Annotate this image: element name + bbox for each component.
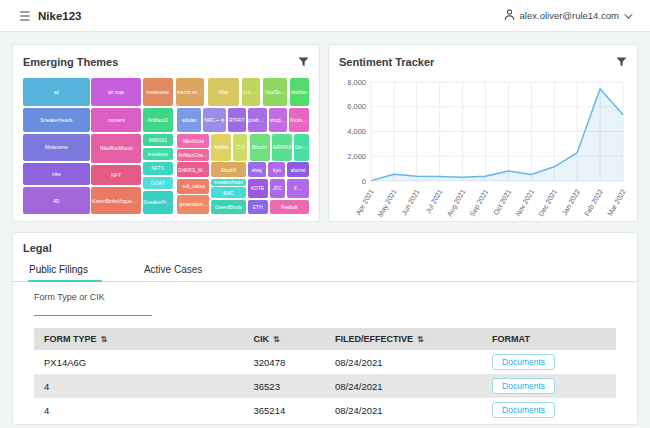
treemap-tile[interactable]: スニーカー [242,78,261,106]
sentiment-chart: 02,0004,0006,0008,000Apr 2021May 2021Jun… [339,75,627,225]
treemap-tile[interactable]: poshmark [248,108,267,132]
treemap-tile[interactable]: 二手 [233,134,247,161]
filings-table: FORM TYPE⇅ CIK⇅ FILED/EFFECTIVE⇅ FORMAT … [34,328,616,422]
treemap-tile[interactable]: merch sneaks [176,78,204,106]
treemap-tile[interactable]: adidas [177,108,200,132]
svg-text:Feb 2022: Feb 2022 [583,188,604,217]
svg-text:8,000: 8,000 [347,78,366,87]
svg-text:Apr 2021: Apr 2021 [355,188,376,217]
table-cell: 08/24/2021 [325,350,482,374]
treemap-tile[interactable]: Nike [208,78,239,106]
treemap-tile[interactable]: 4D [23,187,90,214]
sort-icon[interactable]: ⇅ [101,335,108,344]
svg-text:Aug 2021: Aug 2021 [445,188,467,218]
col-filed-effective[interactable]: FILED/EFFECTIVE⇅ [325,328,482,350]
table-cell: 08/24/2021 [325,374,482,398]
treemap-tile[interactable]: F… [287,179,309,199]
treemap-tile[interactable]: shop… [269,108,287,132]
treemap-tile[interactable]: ETH [248,200,268,214]
documents-button[interactable]: Documents [492,402,555,418]
filter-icon[interactable] [616,53,627,71]
col-format: FORMAT [482,328,616,350]
emerging-themes-panel: Emerging Themes adSneakerheadsMetaversen… [12,44,320,222]
treemap-tile[interactable]: GOAT [143,177,173,189]
treemap-tile[interactable]: Bitcoin [250,134,270,161]
documents-button[interactable]: Documents [492,354,555,370]
documents-button[interactable]: Documents [492,378,555,394]
treemap-tile[interactable]: ad [23,78,90,106]
treemap-tile[interactable]: AirMax10 [143,108,173,132]
treemap-tile[interactable]: metaverse [143,78,173,106]
table-cell-format: Documents [482,350,616,374]
treemap-tile[interactable]: NRCーキ [203,108,226,132]
filter-icon[interactable] [298,53,309,71]
treemap-tile[interactable]: runners [91,108,141,132]
form-search-input[interactable] [34,304,152,316]
svg-text:0: 0 [362,177,366,186]
treemap-tile[interactable]: Metaverse [23,134,90,161]
treemap-tile[interactable]: KOTE [248,179,268,199]
treemap-tile[interactable]: AIRMAX [272,134,293,161]
treemap-tile[interactable]: JFC [270,179,286,199]
svg-text:6,000: 6,000 [347,102,366,111]
treemap-tile[interactable]: WMNS1 [143,134,173,146]
treemap-tile[interactable]: abonet [287,162,309,177]
treemap-tile[interactable]: null_cakep [177,179,209,194]
treemap-tile[interactable]: fashion [290,78,309,106]
svg-text:Sep 2021: Sep 2021 [468,188,490,218]
treemap-tile[interactable]: NikeRunMundi [91,134,141,163]
legal-title: Legal [13,242,637,254]
col-cik[interactable]: CIK⇅ [244,328,325,350]
treemap-tile[interactable]: NFTS [143,162,173,174]
col-form-type[interactable]: FORM TYPE⇅ [34,328,244,350]
svg-text:Nov 2021: Nov 2021 [514,188,535,218]
table-row: PX14A6G32047808/24/2021Documents [34,350,616,374]
treemap-tile[interactable]: StockX [211,162,245,177]
treemap-tile[interactable]: Reebok [270,200,309,214]
treemap-tile[interactable]: KarenBinksVogueMan [91,187,141,214]
sort-icon[interactable]: ⇅ [417,335,424,344]
tab-public-filings[interactable]: Public Filings [29,264,102,281]
treemap-tile[interactable]: ebay [248,162,267,177]
treemap-tile[interactable]: RTFKT [228,108,245,132]
treemap-tile[interactable]: air max [91,78,141,106]
svg-text:Dec 2021: Dec 2021 [537,188,558,218]
treemap-tile[interactable]: Kicks… [289,108,309,132]
table-cell: 4 [34,398,244,422]
svg-text:Jun 2021: Jun 2021 [400,188,421,217]
table-cell: 4 [34,374,244,398]
table-row: 436521408/24/2021Documents [34,398,616,422]
menu-icon[interactable] [20,11,30,21]
treemap-tile[interactable]: GreenBlinds [211,200,245,214]
treemap-tile[interactable]: NFT [91,165,141,185]
panel-title-emerging-themes: Emerging Themes [23,56,118,68]
table-cell-format: Documents [482,374,616,398]
form-search: Form Type or CIK [34,292,152,316]
treemap-tile[interactable]: AirMax [211,134,231,161]
user-email: alex.oliver@rule14.com [520,10,619,21]
user-menu[interactable]: alex.oliver@rule14.com [504,7,630,25]
table-cell: 08/24/2021 [325,398,482,422]
treemap-tile[interactable]: generation… [177,195,209,214]
form-search-label: Form Type or CIK [34,292,152,302]
treemap-tile[interactable]: SNKRS_M_KI [177,162,209,177]
treemap-tile[interactable]: AirMaxChallenge [177,149,209,161]
treemap-tile[interactable]: SneakerFreakerFan [143,191,173,214]
treemap-tile[interactable]: BAC [211,187,245,198]
legal-tabs: Public Filings Active Cases [13,264,637,282]
svg-text:4,000: 4,000 [347,127,366,136]
table-cell: PX14A6G [34,350,244,374]
treemap-tile[interactable]: sneakerhead [211,179,245,186]
legal-panel: Legal Public Filings Active Cases Form T… [12,232,638,425]
sort-icon[interactable]: ⇅ [273,335,280,344]
treemap-tile[interactable]: kyn [268,162,285,177]
treemap-tile[interactable]: NikeKicks [177,134,209,148]
treemap-tile[interactable]: nike [23,163,90,185]
tab-active-cases[interactable]: Active Cases [144,264,216,281]
treemap-tile[interactable]: Givenchy [294,134,309,161]
treemap-tile[interactable]: Sneakerheads [23,108,90,132]
treemap-tile[interactable]: sneakers [143,148,173,160]
svg-text:Jul 2021: Jul 2021 [424,188,443,215]
table-cell-format: Documents [482,398,616,422]
treemap-tile[interactable]: YourSn… [263,78,288,106]
